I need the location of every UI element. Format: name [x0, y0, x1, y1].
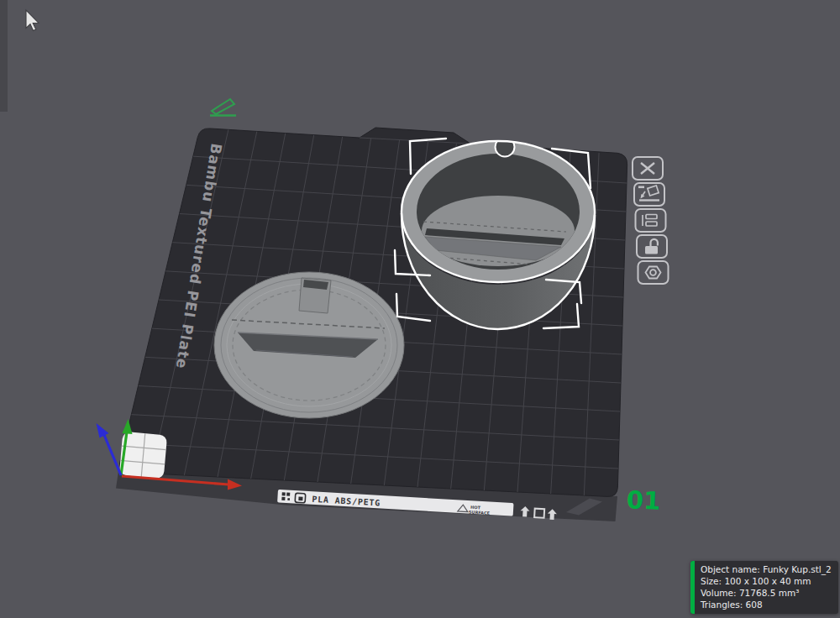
plate-settings-button[interactable] [638, 261, 669, 284]
object-lid[interactable] [214, 272, 404, 418]
unlock-icon [645, 239, 658, 254]
mouse-cursor [26, 10, 39, 31]
lid-peg [299, 278, 331, 313]
panel-edge-strip [0, 0, 8, 112]
info-volume: Volume: 71768.5 mm³ [701, 587, 832, 599]
arrange-icon [643, 215, 657, 227]
delete-plate-button[interactable] [633, 157, 663, 180]
z-axis-arrow [97, 423, 122, 475]
place-on-face-icon [638, 186, 659, 200]
surface-text: SURFACE [469, 510, 491, 516]
close-icon [641, 163, 654, 174]
settings-icon [646, 267, 661, 279]
plate-number: 01 [626, 485, 661, 515]
arrange-plate-button[interactable] [636, 209, 666, 232]
plate-toolbar [633, 157, 669, 284]
edit-plate-name-icon[interactable] [210, 99, 236, 116]
3d-viewport[interactable]: Bambu Textured PEI Plate [0, 0, 840, 618]
lock-plate-button[interactable] [637, 235, 667, 258]
info-triangles: Triangles: 608 [701, 599, 832, 610]
info-size: Size: 100 x 100 x 40 mm [701, 575, 832, 587]
orient-plate-button[interactable] [634, 183, 664, 206]
object-info-tooltip: Object name: Funky Kup.stl_2 Size: 100 x… [690, 561, 838, 614]
info-object-name: Object name: Funky Kup.stl_2 [701, 563, 832, 575]
